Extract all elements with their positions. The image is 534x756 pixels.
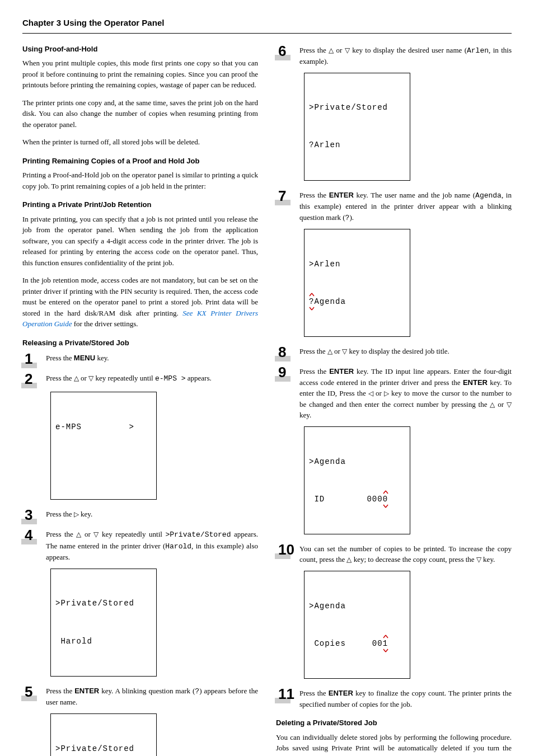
text: Press the bbox=[46, 510, 74, 518]
chapter-title: Chapter 3 Using the Operator Panel bbox=[22, 17, 512, 34]
text: key. bbox=[79, 510, 92, 518]
step-2: 2 Press the △ or ▽ key repeatedly until … bbox=[22, 372, 258, 386]
heading-proof-hold: Using Proof-and-Hold bbox=[22, 44, 258, 55]
lcd-line: >Private/Stored bbox=[55, 597, 152, 609]
step-4: 4 Press the △ or ▽ key repeatedly until … bbox=[22, 528, 258, 563]
down-arrow-icon: ▽ bbox=[342, 346, 347, 356]
down-arrow-icon: ▽ bbox=[507, 400, 512, 410]
paragraph: In the job retention mode, access codes … bbox=[22, 275, 258, 330]
text: Press the bbox=[46, 374, 74, 382]
lcd-line: >Agenda bbox=[309, 456, 405, 468]
step-8: 8 Press the △ or ▽ key to display the de… bbox=[276, 345, 512, 359]
content-columns: Using Proof-and-Hold When you print mult… bbox=[22, 44, 512, 757]
step-number: 3 bbox=[22, 508, 46, 522]
heading-releasing-job: Releasing a Private/Stored Job bbox=[22, 337, 258, 349]
text: key. bbox=[481, 555, 495, 564]
mono-text: ? bbox=[195, 687, 199, 696]
mono-text: e-MPS > bbox=[155, 374, 186, 383]
lcd-display: >Private/Stored Harold bbox=[50, 569, 157, 677]
blink-cursor-icon bbox=[383, 634, 388, 638]
text: key repeatedly until bbox=[93, 374, 155, 382]
down-arrow-icon: ▽ bbox=[476, 555, 481, 565]
step-6: 6 Press the △ or ▽ key to display the de… bbox=[276, 44, 512, 67]
text: key to display the desired user name ( bbox=[350, 46, 467, 54]
right-arrow-icon: ▷ bbox=[384, 388, 389, 398]
text: key. bbox=[95, 354, 109, 362]
step-number: 1 bbox=[22, 351, 46, 366]
step-number: 11 bbox=[276, 687, 299, 701]
step-number: 2 bbox=[22, 372, 46, 386]
step-9: 9 Press the ENTER key. The ID input line… bbox=[276, 365, 512, 421]
text: Press the bbox=[46, 530, 76, 538]
text: key. bbox=[299, 411, 311, 419]
text: or bbox=[495, 400, 507, 408]
heading-private-print: Printing a Private Print/Job Retention bbox=[22, 199, 258, 210]
text: Press the bbox=[46, 687, 74, 695]
lcd-display: >Agenda ID 0000 bbox=[304, 426, 410, 534]
text: key repeatedly until bbox=[99, 530, 165, 538]
step-11: 11 Press the ENTER key to finalize the c… bbox=[276, 687, 512, 710]
step-5: 5 Press the ENTER key. A blinking questi… bbox=[22, 684, 258, 708]
lcd-line: Copies 001 bbox=[309, 637, 405, 650]
text: or bbox=[334, 46, 345, 54]
step-number: 4 bbox=[22, 528, 46, 542]
text: or bbox=[79, 374, 88, 382]
up-arrow-icon: △ bbox=[327, 346, 332, 356]
down-arrow-icon: ▽ bbox=[88, 373, 93, 383]
down-arrow-icon: ▽ bbox=[345, 45, 350, 55]
blink-cursor-icon bbox=[383, 504, 388, 509]
step-number: 5 bbox=[22, 684, 46, 699]
text: Press the bbox=[299, 46, 329, 54]
lcd-line: ?Agenda bbox=[309, 295, 405, 308]
right-arrow-icon: ▷ bbox=[74, 509, 79, 519]
key-menu: MENU bbox=[74, 354, 95, 362]
step-10: 10 You can set the number of copies to b… bbox=[276, 542, 512, 565]
text: key to display the desired job title. bbox=[347, 347, 449, 355]
text: Press the bbox=[299, 347, 327, 355]
step-3: 3 Press the ▷ key. bbox=[22, 508, 258, 522]
text: appears. bbox=[186, 374, 212, 382]
left-column: Using Proof-and-Hold When you print mult… bbox=[22, 44, 258, 757]
key-enter: ENTER bbox=[74, 687, 99, 695]
mono-text: Agenda bbox=[475, 191, 502, 200]
right-column: 6 Press the △ or ▽ key to display the de… bbox=[276, 44, 512, 757]
lcd-line: >Agenda bbox=[309, 600, 405, 612]
text: or bbox=[332, 347, 342, 355]
blink-cursor-icon bbox=[309, 307, 315, 311]
text: ). bbox=[349, 213, 354, 222]
lcd-line: ID 0000 bbox=[309, 493, 405, 505]
lcd-line: ?Arlen bbox=[309, 139, 405, 151]
key-enter: ENTER bbox=[329, 689, 353, 697]
text: or bbox=[373, 389, 384, 397]
text: key. A blinking question mark ( bbox=[99, 687, 195, 695]
step-1: 1 Press the MENU key. bbox=[22, 351, 258, 366]
lcd-display: >Private/Stored ?Harold bbox=[50, 713, 157, 756]
up-arrow-icon: △ bbox=[329, 45, 334, 55]
lcd-line bbox=[55, 458, 152, 471]
blink-cursor-icon bbox=[383, 490, 388, 494]
blink-cursor-icon bbox=[309, 292, 315, 297]
lcd-line: e-MPS > bbox=[55, 421, 152, 433]
step-number: 8 bbox=[276, 345, 299, 359]
up-arrow-icon: △ bbox=[74, 373, 79, 383]
mono-text: Harold bbox=[165, 542, 191, 551]
step-7: 7 Press the ENTER key. The user name and… bbox=[276, 189, 512, 224]
step-number: 10 bbox=[276, 542, 299, 557]
text: key. The user name and the job name ( bbox=[354, 191, 475, 199]
step-number: 6 bbox=[276, 44, 299, 58]
lcd-line: >Private/Stored bbox=[309, 101, 405, 114]
mono-text: Arlen bbox=[467, 46, 489, 55]
lcd-line: >Arlen bbox=[309, 258, 405, 270]
text: Press the bbox=[299, 689, 329, 697]
blink-cursor-icon bbox=[383, 649, 388, 653]
paragraph: You can individually delete stored jobs … bbox=[276, 732, 512, 757]
key-enter: ENTER bbox=[463, 378, 488, 387]
heading-remaining-copies: Printing Remaining Copies of a Proof and… bbox=[22, 156, 258, 167]
text: Press the bbox=[299, 367, 329, 375]
text: Press the bbox=[46, 354, 74, 362]
paragraph: When you print multiple copies, this mod… bbox=[22, 58, 258, 91]
paragraph: When the printer is turned off, all stor… bbox=[22, 137, 258, 148]
text: Press the bbox=[299, 191, 329, 199]
lcd-display: >Arlen ?Agenda bbox=[304, 229, 410, 337]
lcd-display: e-MPS > bbox=[50, 392, 157, 500]
